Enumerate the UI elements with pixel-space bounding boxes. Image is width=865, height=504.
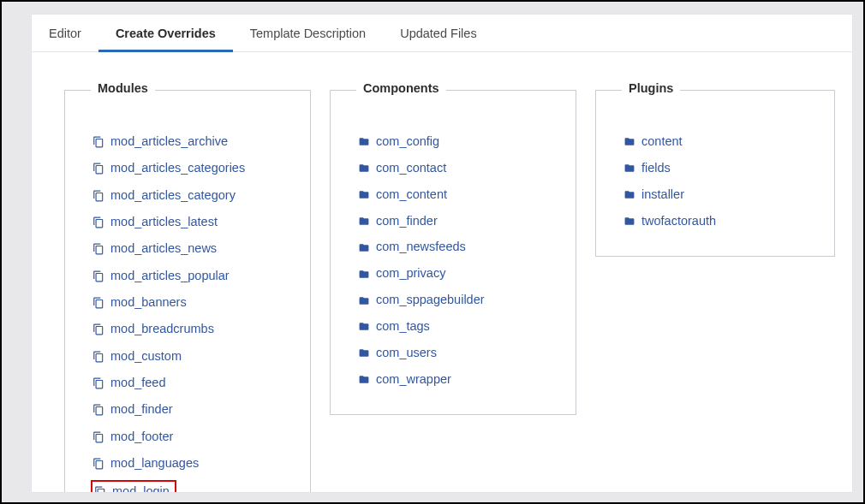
module-link-mod_breadcrumbs[interactable]: mod_breadcrumbs bbox=[92, 319, 214, 340]
highlighted-module: mod_login bbox=[91, 480, 176, 493]
components-list: com_configcom_contactcom_contentcom_find… bbox=[344, 115, 562, 394]
copy-icon bbox=[94, 486, 106, 493]
module-link-mod_articles_news[interactable]: mod_articles_news bbox=[92, 239, 217, 259]
component-link-com_wrapper[interactable]: com_wrapper bbox=[358, 370, 451, 390]
copy-icon bbox=[92, 351, 104, 363]
component-label: com_wrapper bbox=[376, 370, 451, 390]
component-link-com_content[interactable]: com_content bbox=[358, 185, 447, 205]
folder-icon bbox=[358, 321, 370, 332]
list-item: mod_articles_news bbox=[92, 237, 296, 264]
module-link-mod_feed[interactable]: mod_feed bbox=[92, 373, 166, 394]
plugin-link-content[interactable]: content bbox=[623, 132, 683, 152]
list-item: com_sppagebuilder bbox=[358, 288, 562, 315]
module-link-mod_banners[interactable]: mod_banners bbox=[92, 293, 187, 313]
folder-icon bbox=[623, 189, 635, 200]
module-link-mod_footer[interactable]: mod_footer bbox=[92, 427, 173, 448]
plugins-list: contentfieldsinstallertwofactorauth bbox=[610, 115, 820, 235]
list-item: mod_breadcrumbs bbox=[92, 317, 296, 344]
component-link-com_config[interactable]: com_config bbox=[358, 132, 439, 152]
component-link-com_newsfeeds[interactable]: com_newsfeeds bbox=[358, 237, 466, 258]
copy-icon bbox=[92, 136, 104, 148]
folder-icon bbox=[358, 189, 370, 200]
component-link-com_contact[interactable]: com_contact bbox=[358, 158, 446, 179]
copy-icon bbox=[92, 216, 104, 228]
component-label: com_newsfeeds bbox=[376, 237, 466, 258]
list-item: installer bbox=[623, 183, 820, 210]
component-link-com_sppagebuilder[interactable]: com_sppagebuilder bbox=[358, 290, 485, 311]
copy-icon bbox=[92, 163, 104, 175]
folder-icon bbox=[623, 136, 635, 147]
module-label: mod_footer bbox=[110, 427, 173, 448]
list-item: twofactorauth bbox=[623, 210, 820, 236]
component-label: com_users bbox=[376, 343, 437, 364]
module-link-mod_finder[interactable]: mod_finder bbox=[92, 400, 173, 420]
tabs-bar: Editor Create Overrides Template Descrip… bbox=[32, 15, 852, 52]
plugin-link-twofactorauth[interactable]: twofactorauth bbox=[623, 211, 716, 232]
module-label: mod_finder bbox=[110, 400, 173, 420]
module-label: mod_banners bbox=[110, 293, 187, 313]
copy-icon bbox=[92, 458, 104, 470]
list-item: mod_articles_categories bbox=[92, 157, 296, 183]
list-item: mod_footer bbox=[92, 425, 296, 452]
module-label: mod_languages bbox=[110, 454, 199, 474]
module-label: mod_articles_categories bbox=[110, 158, 245, 179]
copy-icon bbox=[92, 270, 104, 282]
list-item: com_config bbox=[358, 130, 562, 157]
component-link-com_privacy[interactable]: com_privacy bbox=[358, 264, 445, 284]
module-label: mod_articles_category bbox=[110, 186, 236, 206]
folder-icon bbox=[358, 295, 370, 306]
group-plugins-title: Plugins bbox=[622, 81, 680, 95]
component-link-com_users[interactable]: com_users bbox=[358, 343, 437, 364]
template-panel: Editor Create Overrides Template Descrip… bbox=[31, 14, 853, 493]
folder-icon bbox=[358, 163, 370, 174]
component-link-com_tags[interactable]: com_tags bbox=[358, 317, 430, 337]
tab-template-description[interactable]: Template Description bbox=[233, 15, 383, 51]
module-link-mod_articles_popular[interactable]: mod_articles_popular bbox=[92, 266, 230, 287]
module-label: mod_feed bbox=[110, 373, 166, 394]
module-link-mod_custom[interactable]: mod_custom bbox=[92, 347, 182, 367]
plugin-label: fields bbox=[641, 158, 671, 179]
copy-icon bbox=[92, 243, 104, 255]
tab-create-overrides[interactable]: Create Overrides bbox=[98, 15, 233, 52]
plugin-link-installer[interactable]: installer bbox=[623, 185, 684, 205]
tab-updated-files[interactable]: Updated Files bbox=[383, 15, 493, 51]
module-label: mod_articles_popular bbox=[110, 266, 230, 287]
module-link-mod_articles_categories[interactable]: mod_articles_categories bbox=[92, 158, 245, 179]
plugin-label: content bbox=[641, 132, 683, 152]
overrides-content: Modules mod_articles_archivemod_articles… bbox=[32, 52, 852, 493]
list-item: mod_custom bbox=[92, 345, 296, 371]
list-item: fields bbox=[623, 157, 820, 183]
component-link-com_finder[interactable]: com_finder bbox=[358, 211, 438, 232]
module-link-mod_languages[interactable]: mod_languages bbox=[92, 454, 199, 474]
list-item: mod_finder bbox=[92, 398, 296, 424]
component-label: com_sppagebuilder bbox=[376, 290, 485, 311]
list-item: com_content bbox=[358, 183, 562, 210]
module-link-mod_articles_category[interactable]: mod_articles_category bbox=[92, 186, 236, 206]
modules-list: mod_articles_archivemod_articles_categor… bbox=[79, 115, 296, 493]
group-components: Components com_configcom_contactcom_cont… bbox=[330, 90, 576, 415]
copy-icon bbox=[92, 190, 104, 202]
module-link-mod_articles_latest[interactable]: mod_articles_latest bbox=[92, 212, 218, 233]
module-link-mod_login[interactable]: mod_login bbox=[92, 482, 170, 493]
module-label: mod_login bbox=[112, 482, 170, 493]
list-item: mod_articles_popular bbox=[92, 264, 296, 291]
tab-editor[interactable]: Editor bbox=[32, 15, 98, 51]
list-item: com_privacy bbox=[358, 262, 562, 288]
module-link-mod_articles_archive[interactable]: mod_articles_archive bbox=[92, 132, 228, 152]
list-item: com_contact bbox=[358, 157, 562, 183]
plugin-link-fields[interactable]: fields bbox=[623, 158, 671, 179]
list-item: com_users bbox=[358, 341, 562, 368]
list-item: mod_articles_archive bbox=[92, 130, 296, 157]
list-item: com_tags bbox=[358, 315, 562, 341]
module-label: mod_breadcrumbs bbox=[110, 319, 214, 340]
component-label: com_finder bbox=[376, 211, 438, 232]
component-label: com_contact bbox=[376, 158, 446, 179]
list-item: mod_articles_category bbox=[92, 184, 296, 210]
component-label: com_tags bbox=[376, 317, 430, 337]
folder-icon bbox=[358, 347, 370, 359]
copy-icon bbox=[92, 297, 104, 309]
module-label: mod_articles_latest bbox=[110, 212, 218, 233]
folder-icon bbox=[358, 216, 370, 227]
folder-icon bbox=[623, 163, 635, 174]
module-label: mod_articles_news bbox=[110, 239, 217, 259]
